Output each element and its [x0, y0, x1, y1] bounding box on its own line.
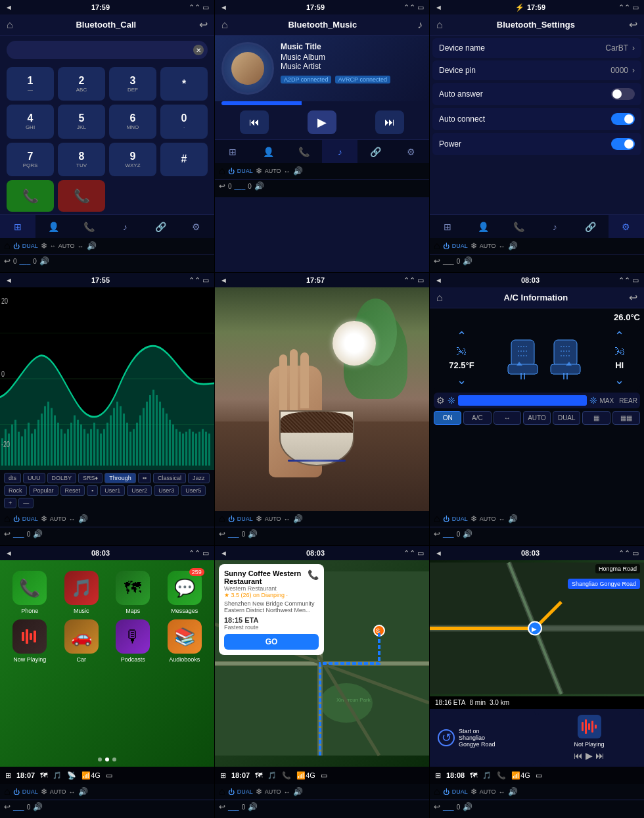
tab-person-2[interactable]: 👤 — [250, 140, 286, 163]
dial-3[interactable]: 3DEF — [109, 67, 156, 101]
eq-btn-minus[interactable]: — — [18, 498, 34, 508]
snow-ctrl-8[interactable]: ❄ — [256, 787, 262, 796]
arrows-ctrl-8[interactable]: ↔ — [284, 788, 290, 796]
arrows-ctrl-5[interactable]: ↔ — [284, 516, 290, 523]
eq-btn-user1[interactable]: User1 — [100, 485, 125, 496]
tab-phone-2[interactable]: 📞 — [287, 140, 322, 163]
eq-btn-extra[interactable]: ▪▪ — [138, 473, 151, 483]
eq-btn-dts[interactable]: dts — [4, 473, 21, 483]
back-ctrl-7[interactable]: ↩ — [4, 802, 11, 811]
tab-person-3[interactable]: 👤 — [465, 215, 501, 238]
app-phone[interactable]: 📞 Phone — [7, 571, 53, 614]
snow-ctrl-6[interactable]: ❄ — [471, 514, 477, 523]
back-ctrl-8[interactable]: ↩ — [219, 802, 225, 811]
fan-icon[interactable]: ❊ — [448, 395, 455, 406]
dial-star[interactable]: * — [160, 67, 208, 101]
tab-grid-3[interactable]: ⊞ — [430, 215, 465, 238]
auto-connect-toggle[interactable] — [611, 113, 635, 125]
back-icon-1[interactable]: ↩ — [199, 18, 208, 31]
ac-dual-btn[interactable]: DUAL — [553, 411, 580, 425]
home-icon-3[interactable]: ⌂ — [436, 19, 443, 31]
dial-4[interactable]: 4GHI — [7, 105, 54, 138]
max-btn[interactable]: MAX — [600, 397, 614, 404]
back-ctrl-3[interactable]: ↩ — [434, 256, 440, 266]
clear-button[interactable]: ✕ — [193, 45, 204, 55]
power-ctrl-1[interactable]: ⏻ — [13, 243, 20, 250]
arrows-ctrl-1[interactable]: ↔ — [78, 243, 84, 250]
vol2-ctrl-5[interactable]: 🔊 — [248, 529, 258, 539]
ac-auto-btn[interactable]: AUTO — [523, 411, 551, 425]
home-ctrl-4[interactable]: ⌂ — [4, 513, 11, 525]
power-toggle[interactable] — [611, 138, 635, 150]
tab-phone-3[interactable]: 📞 — [501, 215, 537, 238]
app-podcasts[interactable]: 🎙 Podcasts — [110, 619, 156, 663]
app-messages[interactable]: 💬 259 Messages — [162, 571, 208, 614]
back-ctrl-4[interactable]: ↩ — [4, 529, 11, 539]
eq-btn-rock[interactable]: Rock — [4, 485, 27, 496]
vol-ctrl-7[interactable]: 🔊 — [78, 787, 88, 796]
np-prev[interactable]: ⏮ — [574, 750, 583, 761]
right-temp-up[interactable]: ⌃ — [614, 329, 624, 343]
auto-answer-toggle[interactable] — [611, 88, 635, 100]
back-arrow-2[interactable]: ◄ — [220, 3, 227, 11]
back-ctrl-2[interactable]: ↩ — [219, 181, 225, 191]
auto-answer-row[interactable]: Auto answer — [432, 83, 641, 105]
arrows-ctrl-2[interactable]: ↔ — [284, 168, 290, 175]
dial-7[interactable]: 7PQRS — [7, 143, 54, 176]
snow-ctrl-3[interactable]: ❄ — [471, 241, 477, 251]
snow-ctrl-5[interactable]: ❄ — [256, 514, 262, 523]
home-ctrl-5[interactable]: ⌂ — [219, 513, 225, 525]
tab-music-2[interactable]: ♪ — [322, 140, 357, 163]
vol-ctrl-1[interactable]: 🔊 — [87, 241, 97, 251]
video-display[interactable] — [215, 287, 429, 511]
dial-1[interactable]: 1— — [7, 67, 54, 101]
power-ctrl-3[interactable]: ⏻ — [443, 243, 449, 250]
app-maps[interactable]: 🗺 Maps — [110, 571, 156, 614]
home-ctrl-2[interactable]: ⌂ — [219, 165, 225, 177]
vol-ctrl-5[interactable]: 🔊 — [293, 514, 303, 523]
vol2-ctrl-2[interactable]: 🔊 — [254, 181, 264, 191]
dial-2[interactable]: 2ABC — [58, 67, 105, 101]
hangup-button[interactable]: 📞 — [58, 180, 105, 212]
back-arrow-1[interactable]: ◄ — [5, 3, 12, 11]
vol2-ctrl-3[interactable]: 🔊 — [463, 256, 472, 266]
vol-ctrl-8[interactable]: 🔊 — [293, 787, 303, 796]
power-ctrl-4[interactable]: ⏻ — [13, 516, 20, 523]
power-ctrl-5[interactable]: ⏻ — [228, 516, 235, 523]
back-ctrl-6[interactable]: ↩ — [434, 529, 440, 539]
back-ctrl-9[interactable]: ↩ — [434, 802, 440, 811]
back-icon-3[interactable]: ↩ — [629, 18, 637, 31]
arrows-ctrl-7[interactable]: ↔ — [69, 788, 76, 796]
right-temp-down[interactable]: ⌄ — [614, 373, 624, 387]
eq-btn-add[interactable]: + — [4, 498, 16, 508]
vol2-ctrl-4[interactable]: 🔊 — [33, 529, 43, 539]
back-arrow-4[interactable]: ◄ — [5, 276, 12, 284]
back-ctrl-1[interactable]: ↩ — [4, 256, 11, 266]
eq-btn-reset[interactable]: Reset — [60, 485, 85, 496]
np-play[interactable]: ▶ — [586, 750, 593, 761]
home-ctrl-7[interactable]: ⌂ — [4, 786, 11, 798]
vol-ctrl-4[interactable]: 🔊 — [78, 514, 88, 523]
snow-ctrl-4[interactable]: ❄ — [41, 514, 47, 523]
back-ctrl-5[interactable]: ↩ — [219, 529, 225, 539]
np-next[interactable]: ⏭ — [595, 750, 605, 761]
nav-refresh-icon[interactable]: ↺ — [438, 729, 455, 746]
vol-ctrl-3[interactable]: 🔊 — [508, 241, 518, 251]
app-music[interactable]: 🎵 Music — [58, 571, 105, 614]
back-arrow-8[interactable]: ◄ — [220, 549, 227, 557]
rear-btn[interactable]: REAR — [619, 397, 637, 404]
vol-ctrl-6[interactable]: 🔊 — [508, 514, 518, 523]
back-icon-6[interactable]: ↩ — [629, 291, 637, 304]
eq-btn-jazz[interactable]: Jazz — [188, 473, 210, 483]
phone-input-bar[interactable]: ✕ — [7, 41, 208, 59]
eq-btn-user5[interactable]: User5 — [181, 485, 206, 496]
tab-music-3[interactable]: ♪ — [537, 215, 572, 238]
fan-level-bar[interactable] — [458, 395, 587, 406]
device-name-row[interactable]: Device name CarBT › — [432, 38, 641, 58]
power-ctrl-9[interactable]: ⏻ — [443, 788, 449, 796]
call-button[interactable]: 📞 — [7, 180, 54, 212]
tab-link-2[interactable]: 🔗 — [357, 140, 393, 163]
ac-on-btn[interactable]: ON — [434, 411, 461, 425]
back-arrow-7[interactable]: ◄ — [5, 549, 12, 557]
arrows-ctrl-9[interactable]: ↔ — [499, 788, 505, 796]
